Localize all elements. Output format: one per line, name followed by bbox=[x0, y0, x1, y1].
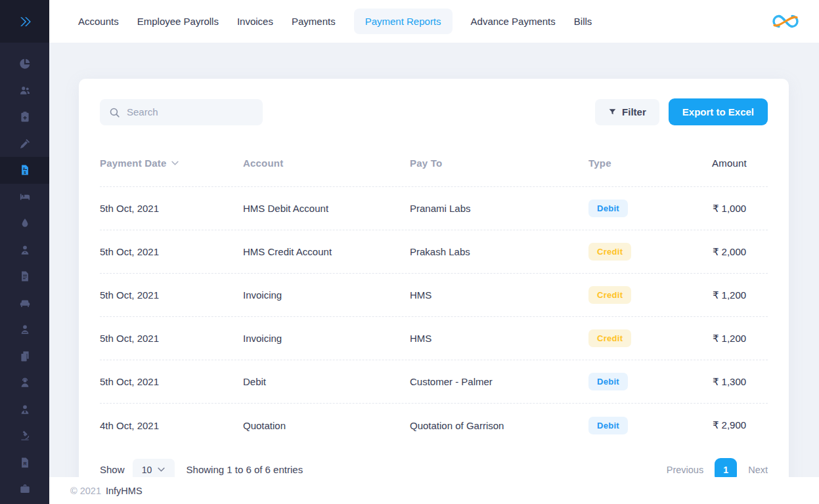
filter-button-label: Filter bbox=[622, 106, 646, 117]
payment-date-cell: 5th Oct, 2021 bbox=[100, 203, 243, 214]
patient-icon bbox=[19, 324, 31, 335]
type-badge: Debit bbox=[588, 373, 628, 390]
table-row: 5th Oct, 2021 Invoicing HMS Credit ₹ 1,2… bbox=[100, 317, 768, 360]
amount-cell: ₹ 2,000 bbox=[691, 246, 768, 258]
sidebar-menu: $ R bbox=[0, 43, 49, 503]
payments-table: Payment Date Account Pay To Type Amount … bbox=[100, 158, 768, 447]
sidebar-toggle-button[interactable] bbox=[0, 0, 49, 43]
table-row: 5th Oct, 2021 HMS Credit Account Prakash… bbox=[100, 230, 768, 274]
copyright-text: © 2021 bbox=[70, 486, 101, 496]
sidebar-item-blood-bank[interactable] bbox=[0, 210, 49, 237]
prescription-file-icon: R bbox=[19, 457, 31, 469]
table-toolbar: Filter Export to Excel bbox=[100, 98, 768, 125]
search-input[interactable] bbox=[100, 99, 263, 125]
account-cell: HMS Credit Account bbox=[243, 246, 410, 257]
medical-clipboard-icon bbox=[19, 111, 31, 123]
payment-reports-card: Filter Export to Excel Payment Date Acco… bbox=[79, 79, 789, 503]
staff-icon bbox=[19, 404, 31, 415]
sidebar-item-laboratory[interactable] bbox=[0, 423, 49, 450]
users-icon bbox=[19, 85, 31, 96]
tab-accounts[interactable]: Accounts bbox=[78, 9, 119, 34]
top-header: Accounts Employee Payrolls Invoices Paym… bbox=[49, 0, 819, 43]
search-field-wrapper bbox=[100, 99, 263, 125]
payment-date-cell: 4th Oct, 2021 bbox=[100, 420, 243, 431]
funnel-icon bbox=[608, 108, 617, 116]
pay-to-cell: HMS bbox=[410, 333, 588, 344]
payment-date-cell: 5th Oct, 2021 bbox=[100, 246, 243, 257]
pay-to-cell: Prakash Labs bbox=[410, 246, 588, 257]
nurse-icon bbox=[19, 244, 31, 256]
table-row: 5th Oct, 2021 Debit Customer - Palmer De… bbox=[100, 360, 768, 404]
previous-page-button[interactable]: Previous bbox=[667, 465, 703, 475]
tab-invoices[interactable]: Invoices bbox=[237, 9, 273, 34]
sidebar-item-records[interactable] bbox=[0, 343, 49, 370]
sidebar-item-services[interactable] bbox=[0, 290, 49, 317]
show-label: Show bbox=[100, 464, 125, 475]
sidebar-item-appointments[interactable] bbox=[0, 104, 49, 131]
account-cell: HMS Debit Account bbox=[243, 203, 410, 214]
pay-to-cell: HMS bbox=[410, 289, 588, 301]
brand-logo[interactable] bbox=[772, 12, 799, 30]
sidebar-item-prescriptions[interactable]: R bbox=[0, 450, 49, 476]
type-badge: Credit bbox=[588, 329, 631, 347]
next-page-button[interactable]: Next bbox=[748, 465, 768, 475]
sidebar-item-vaccinations[interactable] bbox=[0, 131, 49, 158]
sidebar-item-documents[interactable] bbox=[0, 263, 49, 290]
page-size-value: 10 bbox=[142, 465, 152, 475]
chevron-down-icon bbox=[158, 467, 165, 472]
tab-advance-payments[interactable]: Advance Payments bbox=[471, 9, 556, 34]
sidebar-item-dashboard[interactable] bbox=[0, 51, 49, 77]
toolbar-actions: Filter Export to Excel bbox=[595, 98, 768, 125]
column-header-account: Account bbox=[243, 158, 410, 169]
account-cell: Quotation bbox=[243, 420, 410, 431]
sidebar-item-inventory[interactable] bbox=[0, 476, 49, 503]
pay-to-cell: Pranami Labs bbox=[410, 203, 588, 214]
tab-payment-reports[interactable]: Payment Reports bbox=[354, 9, 453, 34]
sidebar-item-patients[interactable] bbox=[0, 77, 49, 104]
amount-cell: ₹ 2,900 bbox=[691, 419, 768, 431]
type-cell: Credit bbox=[588, 286, 691, 304]
type-badge: Credit bbox=[588, 243, 631, 261]
column-header-label: Payment Date bbox=[100, 158, 167, 169]
sidebar-item-nurses[interactable] bbox=[0, 237, 49, 264]
top-nav: Accounts Employee Payrolls Invoices Paym… bbox=[78, 9, 592, 34]
tab-payments[interactable]: Payments bbox=[292, 9, 336, 34]
type-cell: Credit bbox=[588, 329, 691, 347]
document-icon bbox=[19, 270, 31, 282]
type-badge: Credit bbox=[588, 286, 631, 304]
billing-document-icon: $ bbox=[19, 164, 31, 176]
svg-text:R: R bbox=[23, 461, 26, 467]
page-footer: © 2021 InfyHMS bbox=[49, 477, 819, 504]
account-cell: Invoicing bbox=[243, 333, 410, 344]
pay-to-cell: Quotation of Garrison bbox=[410, 420, 588, 431]
search-icon bbox=[109, 107, 120, 118]
type-badge: Debit bbox=[588, 200, 628, 217]
table-header-row: Payment Date Account Pay To Type Amount bbox=[100, 158, 768, 187]
tab-bills[interactable]: Bills bbox=[574, 9, 592, 34]
sidebar-item-bed-management[interactable] bbox=[0, 184, 49, 211]
sidebar-item-patient-cases[interactable] bbox=[0, 316, 49, 343]
microscope-icon bbox=[19, 430, 31, 442]
pay-to-cell: Customer - Palmer bbox=[410, 376, 588, 387]
payment-date-cell: 5th Oct, 2021 bbox=[100, 289, 243, 301]
export-to-excel-button[interactable]: Export to Excel bbox=[669, 98, 768, 125]
account-cell: Debit bbox=[243, 376, 410, 387]
type-cell: Debit bbox=[588, 200, 691, 217]
syringe-icon bbox=[19, 138, 31, 150]
chevron-down-icon bbox=[171, 161, 179, 165]
sofa-icon bbox=[19, 297, 31, 309]
water-drop-icon bbox=[19, 217, 31, 229]
payment-date-cell: 5th Oct, 2021 bbox=[100, 376, 243, 387]
entries-summary: Showing 1 to 6 of 6 entries bbox=[187, 464, 303, 475]
double-chevron-right-icon bbox=[18, 14, 32, 29]
briefcase-icon bbox=[19, 483, 31, 495]
table-row: 5th Oct, 2021 Invoicing HMS Credit ₹ 1,2… bbox=[100, 274, 768, 317]
tab-employee-payrolls[interactable]: Employee Payrolls bbox=[137, 9, 219, 34]
amount-cell: ₹ 1,000 bbox=[691, 203, 768, 215]
column-header-payment-date[interactable]: Payment Date bbox=[100, 158, 243, 169]
sidebar-item-reception[interactable] bbox=[0, 369, 49, 396]
filter-button[interactable]: Filter bbox=[595, 99, 659, 125]
sidebar-item-billing[interactable]: $ bbox=[0, 157, 49, 184]
sidebar-item-staff[interactable] bbox=[0, 396, 49, 423]
amount-cell: ₹ 1,300 bbox=[691, 376, 768, 388]
